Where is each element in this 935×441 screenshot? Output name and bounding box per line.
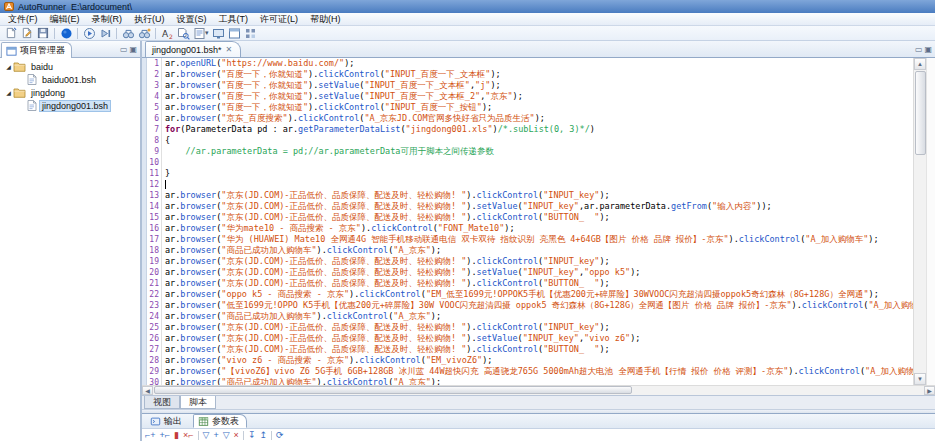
scroll-down-icon[interactable]: ▼ — [914, 373, 926, 385]
monitor-icon[interactable] — [211, 26, 227, 40]
menu-item-3[interactable]: 执行(U) — [128, 13, 171, 26]
code-line-11[interactable]: } — [165, 168, 913, 179]
line-number: 30 — [147, 377, 159, 385]
browser-icon[interactable] — [227, 26, 243, 40]
tab-output[interactable]: 输出 — [145, 414, 190, 428]
delete-filter-icon[interactable]: × — [234, 430, 239, 440]
menu-item-6[interactable]: 许可证(L) — [254, 13, 304, 26]
project-tree: ◢baidubaidu001.bsh◢jingdongjingdong001.b… — [0, 58, 140, 441]
code-line-14[interactable]: ar.browser("京东(JD.COM)-正品低价、品质保障、配送及时、轻松… — [165, 201, 913, 212]
minimize-editor-icon[interactable]: ▭ — [915, 45, 923, 54]
font-icon[interactable]: A2 — [159, 26, 175, 40]
code-line-24[interactable]: ar.browser("商品已成功加入购物车").clickControl("A… — [165, 311, 913, 322]
code-line-12[interactable] — [165, 179, 913, 190]
editor-tab-label: jingdong001.bsh* — [152, 45, 222, 55]
expand-arrow-icon[interactable]: ◢ — [4, 89, 13, 96]
scroll-right-icon[interactable]: ▶ — [924, 386, 935, 395]
overview-ruler — [926, 58, 935, 385]
clear-rows-icon[interactable]: ×⌐ — [183, 430, 194, 440]
delete-row-icon[interactable]: ▮ — [174, 430, 179, 440]
code-line-22[interactable]: ar.browser("oppo k5 - 商品搜索 - 京东").clickC… — [165, 289, 913, 300]
expand-arrow-icon[interactable]: ◢ — [4, 63, 13, 70]
code-line-7[interactable]: for(ParameterData pd : ar.getParameterDa… — [165, 124, 913, 135]
add-row-after-icon[interactable]: +⌐ — [160, 430, 171, 440]
code-line-1[interactable]: ar.openURL("https://www.baidu.com/"); — [165, 58, 913, 69]
code-line-9[interactable]: //ar.parameterData = pd;//ar.parameterDa… — [165, 146, 913, 157]
code-line-25[interactable]: ar.browser("京东(JD.COM)-正品低价、品质保障、配送及时、轻松… — [165, 322, 913, 333]
tab-script[interactable]: 脚本 — [180, 396, 216, 409]
code-line-21[interactable]: ar.browser("京东(JD.COM)-正品低价、品质保障、配送及时、轻松… — [165, 278, 913, 289]
code-line-29[interactable]: ar.browser("【vivoZ6】vivo Z6 5G手机 6GB+128… — [165, 366, 913, 377]
tree-item-baidu[interactable]: ◢baidu — [0, 60, 140, 73]
code-line-28[interactable]: ar.browser("vivo z6 - 商品搜索 - 京东").clickC… — [165, 355, 913, 366]
report-dropdown-icon[interactable]: ▾ — [205, 29, 209, 37]
code-line-13[interactable]: ar.browser("京东(JD.COM)-正品低价、品质保障、配送及时、轻松… — [165, 190, 913, 201]
menu-item-7[interactable]: 帮助(H) — [304, 13, 347, 26]
line-number: 14 — [147, 201, 159, 212]
tree-item-label: jingdong001.bsh — [40, 101, 110, 111]
open-script-icon[interactable] — [19, 26, 35, 40]
object-library-icon[interactable] — [243, 26, 259, 40]
save-icon[interactable] — [35, 26, 51, 40]
code-line-20[interactable]: ar.browser("京东(JD.COM)-正品低价、品质保障、配送及时、轻松… — [165, 267, 913, 278]
scroll-left-icon[interactable]: ◀ — [142, 386, 153, 395]
add-filter-icon[interactable]: + — [213, 430, 218, 440]
maximize-editor-icon[interactable]: ▣ — [924, 45, 932, 54]
import-icon[interactable]: ↧ — [248, 430, 256, 440]
code-line-19[interactable]: ar.browser("京东(JD.COM)-正品低价、品质保障、配送及时、轻松… — [165, 256, 913, 267]
filter-icon[interactable]: ▽ — [203, 430, 210, 440]
code-line-4[interactable]: ar.browser("百度一下，你就知道").setValue("INPUT_… — [165, 91, 913, 102]
vertical-scroll-thumb[interactable] — [915, 71, 926, 155]
export-icon[interactable]: ↥ — [259, 430, 267, 440]
remove-filter-icon[interactable]: ▽ — [223, 430, 230, 440]
line-number: 7 — [147, 124, 159, 135]
code-line-16[interactable]: ar.browser("华为mate10 - 商品搜索 - 京东").click… — [165, 223, 913, 234]
refresh-icon[interactable]: ⟳ — [276, 430, 284, 440]
code-line-10[interactable] — [165, 157, 913, 168]
horizontal-scroll-track[interactable] — [153, 386, 924, 395]
editor-tab-jingdong001[interactable]: jingdong001.bsh* ✕ — [145, 41, 241, 57]
line-number: 13 — [147, 190, 159, 201]
code-line-2[interactable]: ar.browser("百度一下，你就知道").clickControl("IN… — [165, 69, 913, 80]
close-tab-icon[interactable]: ✕ — [226, 45, 233, 54]
minimize-panel-icon[interactable]: ▭ — [120, 45, 128, 54]
scroll-up-icon[interactable]: ▲ — [914, 58, 926, 70]
menu-item-0[interactable]: 文件(F) — [2, 13, 44, 26]
code-editor[interactable]: ar.openURL("https://www.baidu.com/");ar.… — [162, 58, 913, 385]
code-line-3[interactable]: ar.browser("百度一下，你就知道").setValue("INPUT_… — [165, 80, 913, 91]
bottom-panel-tabs: 输出 参数表 — [142, 414, 935, 429]
add-row-before-icon[interactable]: ⌐+ — [145, 430, 156, 440]
code-line-27[interactable]: ar.browser("京东(JD.COM)-正品低价、品质保障、配送及时、轻松… — [165, 344, 913, 355]
tree-item-baidu001.bsh[interactable]: baidu001.bsh — [0, 73, 140, 86]
new-script-icon[interactable] — [3, 26, 19, 40]
horizontal-scrollbar[interactable]: ◀ ▶ — [142, 385, 935, 395]
find-icon[interactable] — [120, 26, 136, 40]
vertical-scrollbar[interactable]: ▲ ▼ — [913, 58, 926, 385]
project-manager-tab[interactable]: 项目管理器 — [1, 42, 72, 58]
code-line-6[interactable]: ar.browser("京东_百度搜索").clickControl("A_京东… — [165, 113, 913, 124]
maximize-panel-icon[interactable]: ▣ — [129, 45, 137, 54]
tree-item-jingdong001.bsh[interactable]: jingdong001.bsh — [0, 99, 140, 112]
code-line-17[interactable]: ar.browser("华为 (HUAWEI) Mate10 全网通4G 智能手… — [165, 234, 913, 245]
line-number: 12 — [147, 179, 159, 190]
replace-icon[interactable] — [136, 26, 152, 40]
run-icon[interactable] — [81, 26, 97, 40]
code-line-5[interactable]: ar.browser("百度一下，你就知道").clickControl("IN… — [165, 102, 913, 113]
code-line-30[interactable]: ar.browser("商品已成功加入购物车").clickControl("A… — [165, 377, 913, 385]
menu-item-5[interactable]: 工具(T) — [213, 13, 255, 26]
tab-parameter-table[interactable]: 参数表 — [193, 414, 247, 428]
step-run-icon[interactable] — [97, 26, 113, 40]
code-line-18[interactable]: ar.browser("商品已成功加入购物车").clickControl("A… — [165, 245, 913, 256]
check-script-icon[interactable] — [175, 26, 191, 40]
tree-item-jingdong[interactable]: ◢jingdong — [0, 86, 140, 99]
code-line-8[interactable]: { — [165, 135, 913, 146]
code-line-15[interactable]: ar.browser("京东(JD.COM)-正品低价、品质保障、配送及时、轻松… — [165, 212, 913, 223]
menu-item-2[interactable]: 录制(R) — [86, 13, 129, 26]
menu-item-4[interactable]: 设置(S) — [171, 13, 213, 26]
code-line-26[interactable]: ar.browser("京东(JD.COM)-正品低价、品质保障、配送及时、轻松… — [165, 333, 913, 344]
record-icon[interactable] — [58, 26, 74, 40]
menu-item-1[interactable]: 编辑(E) — [44, 13, 86, 26]
tab-view[interactable]: 视图 — [144, 396, 180, 409]
code-line-23[interactable]: ar.browser("低至1699元!OPPO K5手机【优惠200元+碎屏险… — [165, 300, 913, 311]
horizontal-scroll-thumb[interactable] — [154, 386, 632, 394]
